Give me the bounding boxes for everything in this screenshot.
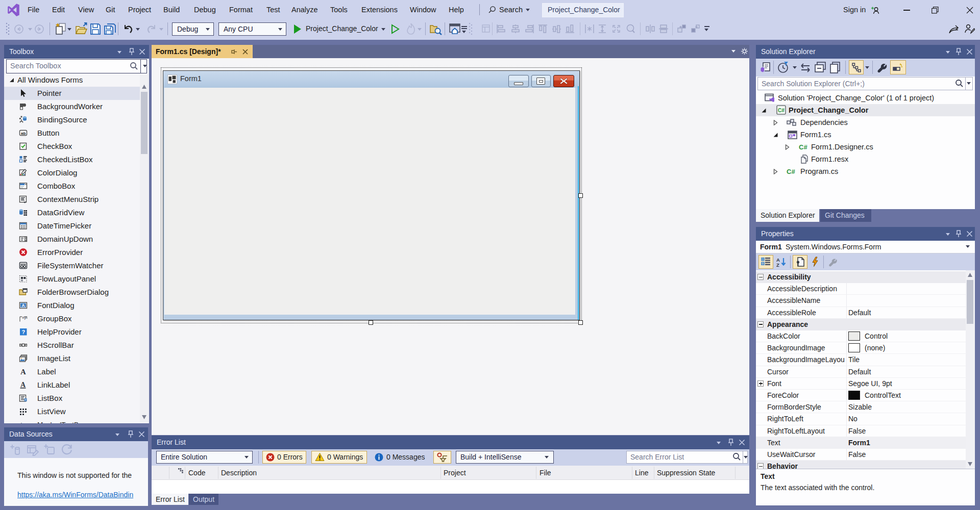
svg-text:(..): (..) (19, 422, 28, 423)
svg-text:Z: Z (776, 262, 779, 267)
svg-text:A: A (20, 381, 26, 389)
svg-text:?: ? (22, 329, 26, 335)
svg-text:A: A (20, 368, 26, 376)
svg-text:C#: C# (799, 143, 807, 151)
svg-text:ab: ab (21, 131, 26, 136)
svg-text:xy: xy (22, 315, 26, 320)
svg-text:C#: C# (778, 108, 785, 113)
svg-text:C#: C# (787, 168, 795, 175)
